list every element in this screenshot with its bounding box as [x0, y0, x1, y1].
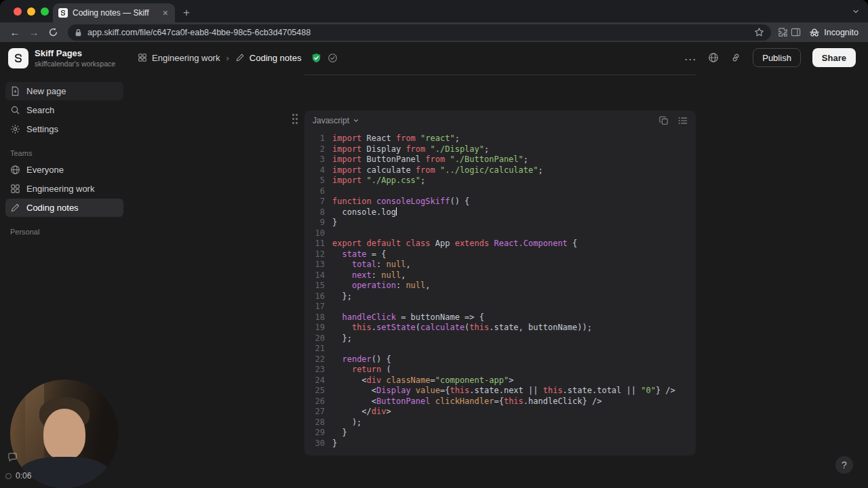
extensions-puzzle-icon[interactable] [778, 27, 788, 37]
code-line[interactable]: 21 [309, 344, 686, 354]
line-number: 28 [309, 418, 325, 428]
code-text: import Display from "./Display"; [332, 144, 489, 155]
code-line[interactable]: 16 }; [309, 291, 686, 302]
code-line[interactable]: 6 [309, 186, 686, 197]
code-line[interactable]: 11export default class App extends React… [309, 239, 686, 249]
code-text: } [332, 218, 337, 228]
breadcrumb-page-label: Coding notes [250, 53, 302, 63]
line-number: 9 [309, 218, 325, 228]
incognito-label: Incognito [824, 28, 859, 37]
reload-button[interactable] [45, 27, 61, 37]
code-line[interactable]: 2import Display from "./Display"; [309, 144, 686, 155]
code-line[interactable]: 18 handleClick = buttonName => { [309, 312, 686, 323]
sidebar-item-everyone[interactable]: Everyone [5, 161, 123, 179]
url-text[interactable]: app.skiff.com/file/c647ca0f-eab8-4bbe-98… [87, 28, 749, 37]
workspace-switcher[interactable]: Skiff Pages skiffcalendar's workspace [0, 42, 129, 75]
code-text: import React from "react"; [332, 134, 460, 144]
skiff-favicon [58, 8, 68, 18]
code-line[interactable]: 4import calculate from "../logic/calcula… [309, 165, 686, 176]
line-number: 11 [309, 239, 325, 249]
code-line[interactable]: 9} [309, 218, 686, 228]
address-bar[interactable]: app.skiff.com/file/c647ca0f-eab8-4bbe-98… [68, 24, 771, 41]
tab-close-icon[interactable]: × [161, 8, 170, 18]
back-button[interactable]: ← [7, 26, 23, 38]
code-line[interactable]: 23 return ( [309, 365, 686, 375]
gear-icon [10, 124, 20, 134]
recorder-timer-row: 0:06 [5, 471, 31, 481]
forward-button[interactable]: → [26, 26, 42, 38]
sidebar-item-label: Settings [26, 124, 58, 134]
recorder-status-dot [5, 473, 12, 479]
code-line[interactable]: 29 } [309, 428, 686, 439]
tab-strip: Coding notes — Skiff × + [0, 0, 868, 22]
line-number: 16 [309, 291, 325, 302]
incognito-badge: Incognito [809, 27, 861, 38]
line-number: 12 [309, 249, 325, 260]
code-text: export default class App extends React.C… [332, 239, 577, 249]
code-line[interactable]: 22 render() { [309, 354, 686, 365]
code-line[interactable]: 26 <ButtonPanel clickHandler={this.handl… [309, 396, 686, 407]
new-tab-button[interactable]: + [183, 6, 190, 20]
publish-button[interactable]: Publish [753, 48, 801, 67]
code-line[interactable]: 20 }; [309, 333, 686, 344]
teams-heading: Teams [0, 149, 129, 157]
code-line[interactable]: 14 next: null, [309, 270, 686, 281]
code-text: this.setState(calculate(this.state, butt… [332, 323, 592, 333]
minimize-window-button[interactable] [27, 7, 35, 16]
close-window-button[interactable] [14, 7, 22, 16]
sidebar-item-label: New page [26, 86, 66, 96]
code-line[interactable]: 13 total: null, [309, 260, 686, 270]
block-drag-handle[interactable] [292, 114, 300, 125]
code-block[interactable]: Javascript 1import React from "react";2i… [304, 110, 696, 455]
code-lines[interactable]: 1import React from "react";2import Displ… [304, 131, 696, 455]
sidebar-item-engineering-work[interactable]: Engineering work [5, 180, 123, 198]
copy-code-icon[interactable] [659, 116, 669, 125]
recorder-bubble-icon[interactable] [7, 452, 18, 465]
code-line[interactable]: 7function consoleLogSkiff() { [309, 197, 686, 207]
line-number: 19 [309, 323, 325, 333]
sidebar-item-label: Coding notes [26, 203, 79, 213]
browser-tab[interactable]: Coding notes — Skiff × [53, 3, 175, 22]
code-line[interactable]: 30} [309, 439, 686, 449]
sidebar-item-coding-notes[interactable]: Coding notes [5, 199, 123, 217]
browser-toolbar: ← → app.skiff.com/file/c647ca0f-eab8-4bb… [0, 22, 868, 42]
code-line[interactable]: 17 [309, 302, 686, 312]
code-text: import calculate from "../logic/calculat… [332, 165, 543, 176]
language-globe-icon[interactable] [708, 52, 719, 63]
pencil-icon [235, 53, 245, 62]
bookmark-star-icon[interactable] [754, 27, 764, 37]
code-line[interactable]: 28 ); [309, 418, 686, 428]
copy-link-icon[interactable] [730, 52, 741, 63]
code-line[interactable]: 24 <div className="component-app"> [309, 375, 686, 386]
code-line[interactable]: 25 <Display value={this.state.next || th… [309, 386, 686, 396]
code-line[interactable]: 19 this.setState(calculate(this.state, b… [309, 323, 686, 333]
code-line[interactable]: 5import "./App.css"; [309, 176, 686, 186]
breadcrumb-team[interactable]: Engineering work [138, 53, 220, 63]
tab-title: Coding notes — Skiff [73, 8, 157, 18]
code-line[interactable]: 10 [309, 228, 686, 239]
sidebar-item-new-page[interactable]: New page [5, 82, 123, 100]
share-button[interactable]: Share [812, 48, 856, 67]
pencil-icon [10, 203, 20, 213]
code-line[interactable]: 8 console.log [309, 207, 686, 218]
line-number: 15 [309, 281, 325, 291]
code-line[interactable]: 15 operation: null, [309, 281, 686, 291]
more-options-button[interactable]: … [684, 49, 696, 62]
tab-search-chevron-icon[interactable] [852, 6, 860, 18]
code-line[interactable]: 12 state = { [309, 249, 686, 260]
zoom-window-button[interactable] [41, 7, 49, 16]
sidebar-item-settings[interactable]: Settings [5, 120, 123, 138]
side-panel-icon[interactable] [791, 27, 801, 37]
code-text: <Display value={this.state.next || this.… [332, 386, 675, 396]
line-number: 2 [309, 144, 325, 155]
sidebar-item-search[interactable]: Search [5, 101, 123, 119]
help-button[interactable]: ? [835, 456, 853, 474]
line-numbers-toggle-icon[interactable] [678, 116, 688, 125]
code-text: total: null, [332, 260, 411, 270]
breadcrumb-page[interactable]: Coding notes [235, 53, 302, 63]
code-line[interactable]: 3import ButtonPanel from "./ButtonPanel"… [309, 155, 686, 165]
code-line[interactable]: 1import React from "react"; [309, 134, 686, 144]
search-icon [10, 105, 20, 115]
code-line[interactable]: 27 </div> [309, 407, 686, 418]
language-selector[interactable]: Javascript [313, 116, 359, 125]
